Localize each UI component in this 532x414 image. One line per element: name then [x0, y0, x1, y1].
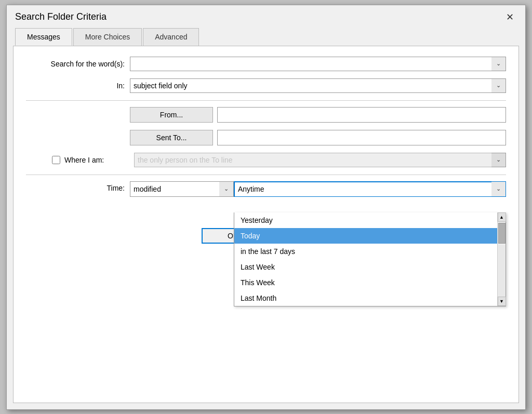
tab-bar: Messages More Choices Advanced: [15, 28, 525, 46]
scroll-track-space: [498, 245, 506, 297]
search-words-dropdown-btn[interactable]: ⌄: [491, 57, 506, 71]
search-words-row: Search for the word(s): ⌄: [26, 57, 506, 71]
dropdown-item-7days[interactable]: in the last 7 days: [234, 244, 506, 259]
where-i-am-select-wrapper: the only person on the To line ⌄: [134, 153, 506, 167]
time-anytime-wrapper: Anytime Yesterday Today in the last 7 da…: [234, 181, 506, 197]
scroll-thumb[interactable]: [498, 223, 506, 244]
search-words-label: Search for the word(s):: [26, 60, 130, 68]
time-dropdown-list: Yesterday Today in the last 7 days Last …: [234, 212, 506, 306]
close-button[interactable]: ✕: [503, 11, 517, 23]
in-select[interactable]: subject field only subject field and mes…: [130, 78, 506, 93]
scrollbar-track: ▲ ▼: [497, 212, 506, 306]
sent-to-row: Sent To...: [26, 130, 506, 145]
sent-to-button[interactable]: Sent To...: [130, 130, 213, 145]
dialog-body: Search for the word(s): ⌄ In: subject fi…: [13, 46, 519, 403]
time-controls: none received sent modified ⌄ Anytime Ye…: [130, 181, 506, 197]
in-label: In:: [26, 82, 130, 90]
time-modified-dropdown-icon: ⌄: [219, 181, 234, 197]
tab-more-choices[interactable]: More Choices: [73, 28, 142, 46]
time-label: Time:: [26, 181, 130, 192]
in-row: In: subject field only subject field and…: [26, 78, 506, 93]
tab-messages[interactable]: Messages: [15, 28, 72, 46]
time-modified-select[interactable]: none received sent modified: [130, 181, 234, 197]
time-section: Time: none received sent modified ⌄: [26, 181, 506, 197]
search-words-input[interactable]: [130, 57, 506, 71]
dropdown-item-yesterday[interactable]: Yesterday: [234, 212, 506, 228]
where-i-am-label: Where I am:: [64, 156, 104, 164]
where-i-am-select[interactable]: the only person on the To line: [134, 153, 506, 167]
where-i-am-checkbox[interactable]: [52, 156, 60, 164]
where-i-am-group: Where I am:: [52, 156, 130, 164]
dropdown-item-this-week[interactable]: This Week: [234, 275, 506, 290]
time-top: none received sent modified ⌄ Anytime Ye…: [130, 181, 506, 197]
scroll-down-arrow[interactable]: ▼: [498, 297, 506, 306]
from-button[interactable]: From...: [130, 107, 213, 123]
divider-2: [26, 175, 506, 175]
scroll-up-arrow[interactable]: ▲: [498, 212, 506, 222]
dropdown-item-today[interactable]: Today: [234, 228, 506, 244]
time-modified-wrapper: none received sent modified ⌄: [130, 181, 234, 197]
from-row: From...: [26, 107, 506, 123]
dropdown-item-last-month[interactable]: Last Month: [234, 290, 506, 306]
time-anytime-select[interactable]: Anytime Yesterday Today in the last 7 da…: [234, 181, 506, 197]
time-anytime-dropdown-icon: ⌄: [491, 181, 506, 197]
search-folder-criteria-dialog: Search Folder Criteria ✕ Messages More C…: [6, 5, 526, 410]
where-i-am-row: Where I am: the only person on the To li…: [26, 153, 506, 167]
sent-to-input[interactable]: [217, 130, 506, 145]
divider-1: [26, 100, 506, 101]
tab-advanced[interactable]: Advanced: [143, 28, 199, 46]
from-input[interactable]: [217, 107, 506, 123]
in-select-wrapper: subject field only subject field and mes…: [130, 78, 506, 93]
title-bar: Search Folder Criteria ✕: [7, 5, 525, 23]
dialog-title: Search Folder Criteria: [15, 11, 107, 22]
search-words-control: ⌄: [130, 57, 506, 71]
dropdown-item-last-week[interactable]: Last Week: [234, 259, 506, 275]
